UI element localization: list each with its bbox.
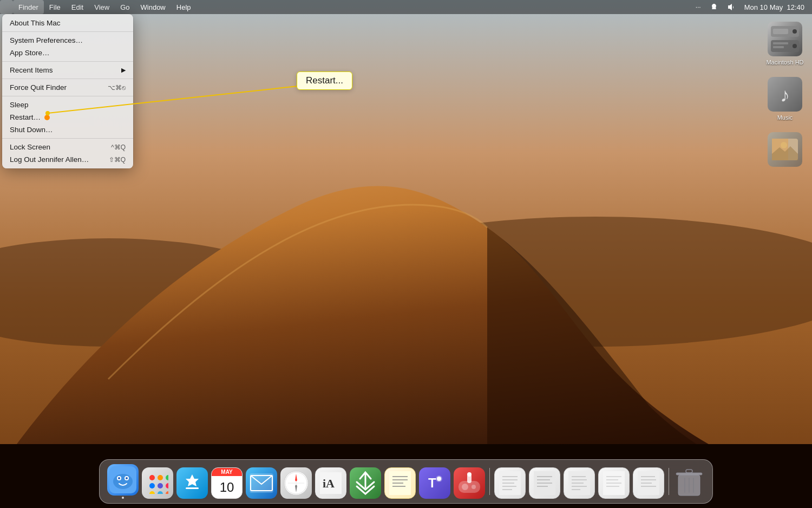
apple-menu-button[interactable] bbox=[0, 0, 13, 14]
menu-item-force-quit-label: Force Quit Finder bbox=[10, 83, 67, 92]
menu-item-about[interactable]: About This Mac bbox=[2, 17, 133, 29]
image-icon-label bbox=[783, 169, 787, 170]
menubar-help[interactable]: Help bbox=[171, 0, 197, 14]
svg-rect-12 bbox=[773, 42, 788, 44]
menubar-file[interactable]: File bbox=[44, 0, 66, 14]
music-label: Music bbox=[775, 114, 795, 121]
menu-item-lock-screen[interactable]: Lock Screen ^⌘Q bbox=[2, 141, 133, 153]
svg-point-10 bbox=[793, 44, 797, 48]
trash-icon bbox=[673, 467, 705, 499]
menubar-go-label: Go bbox=[120, 3, 129, 11]
textedit-icon bbox=[384, 467, 416, 499]
dock-item-iawriter[interactable]: iA bbox=[315, 467, 346, 499]
desktop-icon-macintosh-hd[interactable]: Macintosh HD bbox=[763, 22, 807, 66]
restart-tooltip: Restart... bbox=[297, 71, 352, 90]
svg-point-21 bbox=[113, 474, 133, 489]
dock: MAY 10 bbox=[99, 459, 713, 504]
menu-item-restart[interactable]: Restart… bbox=[2, 111, 133, 123]
menu-item-restart-label: Restart… bbox=[10, 113, 41, 121]
svg-text:T: T bbox=[428, 476, 436, 490]
finder-icon bbox=[107, 464, 139, 496]
dock-item-scripts3[interactable] bbox=[564, 467, 595, 499]
menu-separator-3 bbox=[2, 79, 133, 79]
menubar-left: Finder File Edit View Go Window Help bbox=[0, 0, 197, 14]
safari-icon bbox=[280, 467, 312, 499]
dock-item-scripts1[interactable] bbox=[494, 467, 526, 499]
dock-item-finder[interactable] bbox=[107, 464, 139, 499]
joystick-icon bbox=[454, 467, 485, 499]
menu-item-recent-items-label: Recent Items bbox=[10, 66, 53, 74]
svg-point-32 bbox=[149, 491, 155, 494]
dock-item-launchpad[interactable] bbox=[142, 467, 173, 499]
menu-item-sleep-label: Sleep bbox=[10, 101, 29, 109]
svg-text:♪: ♪ bbox=[780, 84, 790, 106]
menu-item-logout-shortcut: ⇧⌘Q bbox=[109, 156, 126, 164]
dock-item-joystick[interactable] bbox=[454, 467, 485, 499]
dock-item-calendar[interactable]: MAY 10 bbox=[211, 467, 243, 499]
dock-item-appstore[interactable] bbox=[176, 467, 208, 499]
dock-item-scripts5[interactable] bbox=[633, 467, 664, 499]
menubar-finder-label: Finder bbox=[18, 3, 38, 11]
restart-tooltip-label: Restart... bbox=[306, 75, 343, 86]
menu-item-recent-items[interactable]: Recent Items ▶ bbox=[2, 64, 133, 76]
menu-item-shutdown[interactable]: Shut Down… bbox=[2, 123, 133, 136]
menubar: Finder File Edit View Go Window Help ··· bbox=[0, 0, 812, 14]
menubar-finder[interactable]: Finder bbox=[13, 0, 44, 14]
svg-point-19 bbox=[781, 142, 787, 148]
scripts4-icon bbox=[598, 467, 630, 499]
menu-item-app-store[interactable]: App Store… bbox=[2, 47, 133, 59]
menubar-view-label: View bbox=[94, 3, 109, 11]
svg-point-29 bbox=[149, 483, 155, 489]
dock-item-textedit[interactable] bbox=[384, 467, 416, 499]
scripts1-icon bbox=[494, 467, 526, 499]
menubar-go[interactable]: Go bbox=[115, 0, 135, 14]
menubar-more-icon[interactable]: ··· bbox=[692, 0, 704, 14]
svg-point-55 bbox=[462, 484, 468, 490]
appstore-icon bbox=[176, 467, 208, 499]
svg-point-26 bbox=[149, 475, 155, 480]
menu-item-force-quit[interactable]: Force Quit Finder ⌥⌘⎋ bbox=[2, 81, 133, 94]
svg-point-24 bbox=[118, 477, 120, 479]
menu-separator-4 bbox=[2, 96, 133, 96]
dock-item-mail[interactable] bbox=[246, 467, 277, 499]
menu-separator-2 bbox=[2, 61, 133, 62]
svg-rect-36 bbox=[250, 473, 273, 493]
svg-point-31 bbox=[166, 483, 168, 489]
calendar-icon: MAY 10 bbox=[211, 467, 243, 499]
menubar-right: ··· Mon 10 May 12:40 bbox=[692, 0, 812, 14]
menubar-datetime[interactable]: Mon 10 May 12:40 bbox=[741, 0, 808, 14]
svg-rect-35 bbox=[186, 487, 199, 489]
menubar-window[interactable]: Window bbox=[135, 0, 171, 14]
menubar-edit[interactable]: Edit bbox=[66, 0, 89, 14]
scripts3-icon bbox=[564, 467, 595, 499]
menu-item-logout[interactable]: Log Out Jennifer Allen… ⇧⌘Q bbox=[2, 153, 133, 166]
menu-item-lock-screen-shortcut: ^⌘Q bbox=[111, 144, 126, 151]
menu-item-system-prefs-label: System Preferences… bbox=[10, 36, 83, 44]
music-icon-img: ♪ bbox=[768, 77, 802, 112]
dock-item-trash[interactable] bbox=[673, 467, 705, 499]
dock-item-teams[interactable]: T bbox=[419, 467, 450, 499]
desktop-icon-music[interactable]: ♪ Music bbox=[763, 77, 807, 121]
teams-icon: T bbox=[419, 467, 450, 499]
dock-item-scripts2[interactable] bbox=[529, 467, 560, 499]
menubar-volume-icon[interactable] bbox=[724, 0, 739, 14]
menu-separator-1 bbox=[2, 31, 133, 32]
desktop-icon-image[interactable] bbox=[763, 132, 807, 170]
desktop-icons: Macintosh HD ♪ Music bbox=[763, 22, 807, 170]
menubar-airdrop-icon[interactable] bbox=[706, 0, 722, 14]
svg-point-30 bbox=[158, 483, 163, 489]
menu-item-shutdown-label: Shut Down… bbox=[10, 126, 53, 134]
menu-item-sleep[interactable]: Sleep bbox=[2, 99, 133, 111]
dock-item-safari[interactable] bbox=[280, 467, 312, 499]
menu-item-system-prefs[interactable]: System Preferences… bbox=[2, 34, 133, 47]
launchpad-icon bbox=[142, 467, 173, 499]
menubar-view[interactable]: View bbox=[89, 0, 115, 14]
svg-point-33 bbox=[158, 491, 163, 494]
menu-item-force-quit-shortcut: ⌥⌘⎋ bbox=[108, 84, 126, 92]
dock-item-keka[interactable] bbox=[350, 467, 381, 499]
desktop: Finder File Edit View Go Window Help ··· bbox=[0, 0, 812, 508]
svg-point-34 bbox=[166, 491, 168, 494]
svg-rect-91 bbox=[686, 470, 692, 473]
svg-rect-13 bbox=[773, 46, 784, 48]
dock-item-scripts4[interactable] bbox=[598, 467, 630, 499]
